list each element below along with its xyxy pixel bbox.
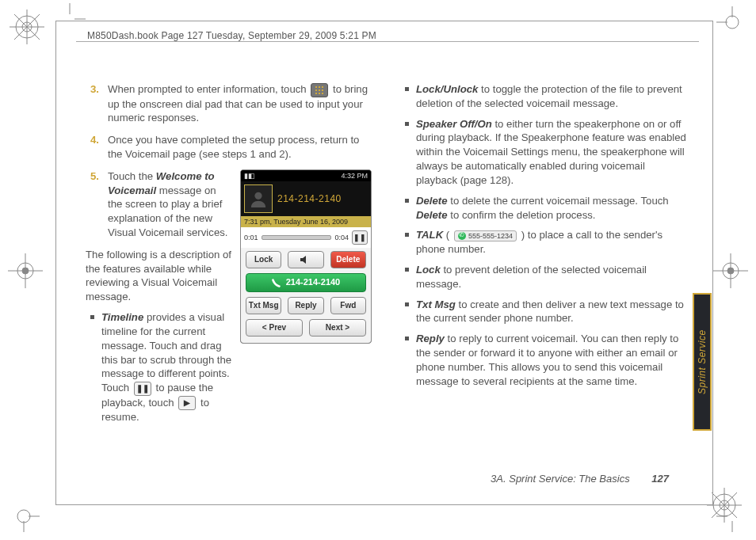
keyword: Delete xyxy=(416,195,448,207)
keyword: Delete xyxy=(416,209,448,221)
svg-point-27 xyxy=(727,268,734,274)
svg-line-11 xyxy=(712,492,737,518)
svg-rect-37 xyxy=(319,93,320,94)
keyword: TALK xyxy=(416,229,443,241)
step-text: When prompted to enter information, touc… xyxy=(108,83,309,95)
page-footer: 3A. Sprint Service: The Basics 127 xyxy=(491,473,669,485)
svg-point-39 xyxy=(254,192,262,200)
svg-point-16 xyxy=(726,16,739,29)
phone-scrub-bar: 0:01 0:04 ❚❚ xyxy=(241,227,371,248)
svg-point-6 xyxy=(720,500,729,510)
step-text: Touch the xyxy=(108,170,156,182)
cropmark-icon xyxy=(8,500,40,532)
scrub-start: 0:01 xyxy=(244,233,258,242)
phone-call-button: 214-214-2140 xyxy=(246,273,366,292)
talk-chip-number: 555-555-1234 xyxy=(468,231,513,241)
phone-txtmsg-button: Txt Msg xyxy=(246,297,281,314)
step-text: Once you have completed the setup proces… xyxy=(108,134,359,160)
feature-reply: Reply to reply to current voicemail. You… xyxy=(416,332,686,388)
scrub-end: 0:04 xyxy=(334,233,349,242)
phone-prev-button: < Prev xyxy=(246,319,303,337)
feature-text: to prevent deletion of the selected voic… xyxy=(416,264,647,290)
header-rule xyxy=(76,41,699,42)
svg-point-1 xyxy=(16,16,38,38)
feature-talk: TALK ( ✆ 555-555-1234 ) to place a call … xyxy=(416,228,686,257)
keyword: Speaker Off/On xyxy=(416,118,492,130)
right-column: Lock/Unlock to toggle the protection of … xyxy=(400,82,686,469)
feature-text: to create and then deliver a new text me… xyxy=(416,299,684,325)
keyword: Reply xyxy=(416,333,445,344)
status-left: ▮◧ xyxy=(244,171,255,181)
feature-timeline: Timeline provides a visual timeline for … xyxy=(101,310,232,424)
cropmark-icon xyxy=(716,500,748,532)
call-label: 214-214-2140 xyxy=(286,276,341,288)
section-side-tab: Sprint Service xyxy=(693,293,712,431)
pause-icon: ❚❚ xyxy=(134,382,151,396)
phone-delete-button: Delete xyxy=(330,251,366,268)
keyword: Txt Msg xyxy=(416,299,456,310)
pause-button-icon: ❚❚ xyxy=(352,230,368,245)
feature-lockunlock: Lock/Unlock to toggle the protection of … xyxy=(416,82,686,111)
dialpad-icon xyxy=(311,83,328,97)
svg-rect-30 xyxy=(315,86,317,88)
footer-page-number: 127 xyxy=(651,473,669,485)
keyword: Lock xyxy=(416,264,441,276)
scrub-track xyxy=(262,235,332,240)
svg-rect-31 xyxy=(319,86,320,88)
svg-line-10 xyxy=(712,492,737,518)
left-column: 3. When prompted to enter information, t… xyxy=(86,82,372,469)
feature-speaker: Speaker Off/On to either turn the speake… xyxy=(416,117,686,188)
page-content: 3. When prompted to enter information, t… xyxy=(86,82,686,469)
step-number: 4. xyxy=(90,133,99,147)
step-number: 5. xyxy=(90,169,99,184)
step-3: 3. When prompted to enter information, t… xyxy=(108,82,372,125)
keyword: Timeline xyxy=(101,311,143,323)
svg-rect-35 xyxy=(322,89,323,91)
feature-text: to reply to current voicemail. You can t… xyxy=(416,333,678,386)
feature-txtmsg: Txt Msg to create and then deliver a new… xyxy=(416,298,686,326)
svg-point-7 xyxy=(713,494,735,516)
phone-speaker-button xyxy=(288,251,323,268)
keyword: Lock/Unlock xyxy=(416,83,478,95)
phone-date-line: 7:31 pm, Tuesday June 16, 2009 xyxy=(241,216,371,227)
svg-point-23 xyxy=(22,268,29,274)
svg-line-4 xyxy=(14,14,40,40)
intro-paragraph: The following is a description of the fe… xyxy=(86,248,232,304)
feature-lock: Lock to prevent deletion of the selected… xyxy=(416,263,686,291)
phone-screenshot: ▮◧ 4:32 PM 214-214-2140 7:31 pm, Tuesday… xyxy=(240,169,372,344)
registration-radial-icon xyxy=(10,10,44,44)
phone-fwd-button: Fwd xyxy=(330,297,366,314)
phone-lock-button: Lock xyxy=(246,251,281,268)
feature-text: ) to place a call to the sender's phone … xyxy=(416,229,662,255)
phone-statusbar: ▮◧ 4:32 PM xyxy=(241,170,371,181)
svg-line-5 xyxy=(14,14,40,40)
phone-number-label: 214-214-2140 xyxy=(277,192,342,205)
step-4: 4. Once you have completed the setup pro… xyxy=(108,133,372,162)
svg-point-22 xyxy=(17,263,33,279)
svg-rect-38 xyxy=(322,93,323,94)
side-crosshair-icon xyxy=(713,253,748,288)
svg-point-26 xyxy=(723,263,739,279)
feature-text: to confirm the deletion process. xyxy=(450,209,595,221)
step-number: 3. xyxy=(90,82,99,97)
footer-section: 3A. Sprint Service: The Basics xyxy=(491,473,630,485)
phone-reply-button: Reply xyxy=(288,297,323,314)
side-crosshair-icon xyxy=(8,253,43,288)
header-text: M850Dash.book Page 127 Tuesday, Septembe… xyxy=(87,30,376,41)
phone-handset-icon: ✆ xyxy=(458,232,466,240)
feature-text: ( xyxy=(446,229,449,241)
cropmark-icon xyxy=(716,6,748,38)
svg-rect-33 xyxy=(315,89,317,91)
status-time: 4:32 PM xyxy=(341,171,368,181)
phone-next-button: Next > xyxy=(309,319,366,337)
phone-contact-row: 214-214-2140 xyxy=(241,181,371,216)
step-5: 5. Touch the Welcome to Voicemail messag… xyxy=(108,169,372,431)
feature-delete: Delete to delete the current voicemail m… xyxy=(416,194,686,222)
svg-point-0 xyxy=(22,22,32,32)
feature-text: to delete the current voicemail message.… xyxy=(450,195,668,207)
svg-rect-36 xyxy=(315,93,317,94)
svg-rect-32 xyxy=(322,86,323,88)
play-icon: ▶ xyxy=(178,396,196,410)
avatar-icon xyxy=(244,184,273,213)
svg-rect-34 xyxy=(319,89,320,91)
